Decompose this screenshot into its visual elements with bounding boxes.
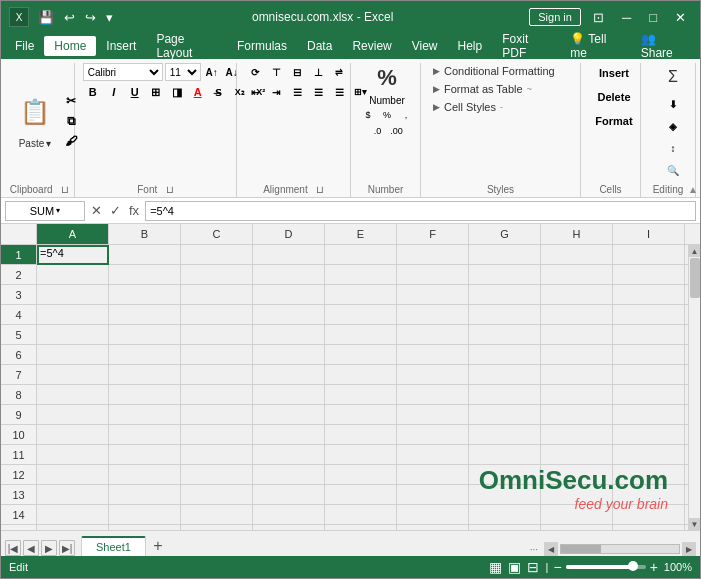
- prev-sheet-button[interactable]: ◀: [23, 540, 39, 556]
- name-box[interactable]: SUM ▾: [5, 201, 85, 221]
- row-header-10[interactable]: 10: [1, 425, 37, 445]
- fill-color-button[interactable]: ◨: [167, 83, 187, 101]
- scroll-up-button[interactable]: ▲: [689, 245, 701, 257]
- menu-review[interactable]: Review: [342, 36, 401, 56]
- ribbon-collapse-button[interactable]: ▲: [688, 184, 698, 195]
- zoom-thumb[interactable]: [628, 561, 638, 571]
- col-header-D[interactable]: D: [253, 224, 325, 244]
- row-header-2[interactable]: 2: [1, 265, 37, 285]
- sign-in-button[interactable]: Sign in: [529, 8, 581, 26]
- decrease-decimal-button[interactable]: .00: [388, 124, 406, 138]
- page-layout-view-button[interactable]: ▣: [508, 559, 521, 575]
- row-header-5[interactable]: 5: [1, 325, 37, 345]
- zoom-out-button[interactable]: −: [553, 559, 561, 575]
- save-button[interactable]: 💾: [35, 8, 57, 27]
- undo-button[interactable]: ↩: [61, 8, 78, 27]
- scroll-thumb[interactable]: [690, 258, 700, 298]
- row-header-6[interactable]: 6: [1, 345, 37, 365]
- col-header-G[interactable]: G: [469, 224, 541, 244]
- font-size-select[interactable]: 11: [165, 63, 201, 81]
- zoom-in-button[interactable]: +: [650, 559, 658, 575]
- bold-button[interactable]: B: [83, 83, 103, 101]
- normal-view-button[interactable]: ▦: [489, 559, 502, 575]
- menu-help[interactable]: Help: [448, 36, 493, 56]
- align-middle-button[interactable]: ⊟: [287, 63, 307, 81]
- italic-button[interactable]: I: [104, 83, 124, 101]
- cell-H1[interactable]: [541, 245, 613, 265]
- col-header-F[interactable]: F: [397, 224, 469, 244]
- clear-button[interactable]: ◈: [649, 117, 697, 135]
- cell-styles-button[interactable]: ▶ Cell Styles -: [429, 99, 572, 115]
- row-header-13[interactable]: 13: [1, 485, 37, 505]
- cell-E1[interactable]: [325, 245, 397, 265]
- conditional-formatting-button[interactable]: ▶ Conditional Formatting: [429, 63, 572, 79]
- redo-button[interactable]: ↪: [82, 8, 99, 27]
- window-mode-button[interactable]: ⊡: [587, 8, 610, 27]
- col-header-B[interactable]: B: [109, 224, 181, 244]
- border-button[interactable]: ⊞: [146, 83, 166, 101]
- wrap-text-button[interactable]: ⇌: [329, 63, 349, 81]
- scroll-down-button[interactable]: ▼: [689, 518, 701, 530]
- customize-qat-button[interactable]: ▾: [103, 8, 116, 27]
- cell-B1[interactable]: [109, 245, 181, 265]
- cell-F1[interactable]: [397, 245, 469, 265]
- vertical-scrollbar[interactable]: ▲ ▼: [688, 245, 700, 530]
- cell-G1[interactable]: [469, 245, 541, 265]
- sort-filter-button[interactable]: ↕: [649, 139, 697, 157]
- sheet-tab-sheet1[interactable]: Sheet1: [81, 536, 146, 556]
- col-header-A[interactable]: A: [37, 224, 109, 244]
- increase-decimal-button[interactable]: .0: [369, 124, 387, 138]
- underline-button[interactable]: U: [125, 83, 145, 101]
- align-top-button[interactable]: ⊤: [266, 63, 286, 81]
- col-header-E[interactable]: E: [325, 224, 397, 244]
- menu-file[interactable]: File: [5, 36, 44, 56]
- cell-A1[interactable]: =5^4: [37, 245, 109, 265]
- page-break-view-button[interactable]: ⊟: [527, 559, 539, 575]
- hscroll-thumb[interactable]: [561, 545, 601, 553]
- restore-button[interactable]: □: [643, 8, 663, 27]
- align-center-button[interactable]: ☰: [308, 83, 328, 101]
- outdent-button[interactable]: ⇤: [245, 83, 265, 101]
- hscroll-left-button[interactable]: ◀: [544, 542, 558, 556]
- comma-button[interactable]: ,: [397, 108, 415, 122]
- col-header-I[interactable]: I: [613, 224, 685, 244]
- grow-font-button[interactable]: A↑: [203, 63, 221, 81]
- currency-button[interactable]: $: [359, 108, 377, 122]
- orient-button[interactable]: ⟳: [245, 63, 265, 81]
- row-header-1[interactable]: 1: [1, 245, 37, 265]
- next-sheet-button[interactable]: ▶: [41, 540, 57, 556]
- confirm-formula-button[interactable]: ✓: [108, 203, 123, 218]
- formula-input[interactable]: [145, 201, 696, 221]
- cell-I1[interactable]: [613, 245, 685, 265]
- add-sheet-button[interactable]: +: [148, 536, 168, 556]
- minimize-button[interactable]: ─: [616, 8, 637, 27]
- format-table-button[interactable]: ▶ Format as Table ~: [429, 81, 572, 97]
- format-cells-button[interactable]: Format: [589, 111, 639, 131]
- hscroll-right-button[interactable]: ▶: [682, 542, 696, 556]
- strike-button[interactable]: S̶: [209, 83, 229, 101]
- align-left-button[interactable]: ☰: [287, 83, 307, 101]
- font-name-select[interactable]: Calibri: [83, 63, 163, 81]
- font-color-button[interactable]: A: [188, 83, 208, 101]
- menu-data[interactable]: Data: [297, 36, 342, 56]
- col-header-C[interactable]: C: [181, 224, 253, 244]
- last-sheet-button[interactable]: ▶|: [59, 540, 75, 556]
- close-button[interactable]: ✕: [669, 8, 692, 27]
- percent-button[interactable]: %: [378, 108, 396, 122]
- row-header-4[interactable]: 4: [1, 305, 37, 325]
- menu-insert[interactable]: Insert: [96, 36, 146, 56]
- row-header-8[interactable]: 8: [1, 385, 37, 405]
- align-right-button[interactable]: ☰: [329, 83, 349, 101]
- cell-A2[interactable]: [37, 265, 109, 285]
- row-header-12[interactable]: 12: [1, 465, 37, 485]
- insert-function-button[interactable]: fx: [127, 203, 141, 218]
- cell-C1[interactable]: [181, 245, 253, 265]
- first-sheet-button[interactable]: |◀: [5, 540, 21, 556]
- autosum-button[interactable]: Σ: [649, 63, 697, 91]
- menu-page-layout[interactable]: Page Layout: [146, 29, 227, 63]
- menu-share[interactable]: 👥 Share: [631, 29, 696, 63]
- find-select-button[interactable]: 🔍: [649, 161, 697, 179]
- menu-foxit[interactable]: Foxit PDF: [492, 29, 560, 63]
- paste-dropdown-button[interactable]: Paste ▾: [13, 134, 57, 152]
- col-header-H[interactable]: H: [541, 224, 613, 244]
